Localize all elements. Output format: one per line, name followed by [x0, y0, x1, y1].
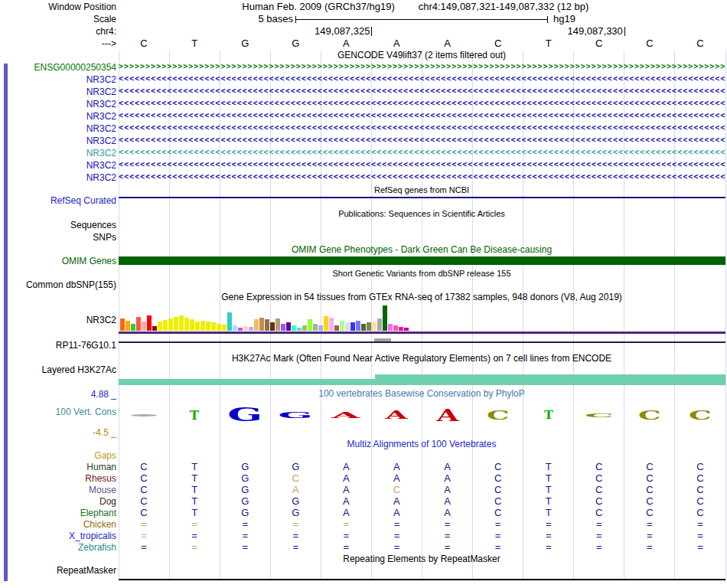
gtex-expression-bar[interactable] [190, 319, 194, 331]
gtex-expression-bar[interactable] [238, 328, 243, 331]
h3k27ac-track-label[interactable]: Layered H3K27Ac [0, 364, 116, 375]
refseq-curated-label[interactable]: RefSeq Curated [0, 195, 116, 206]
gtex-expression-bar[interactable] [259, 318, 264, 331]
gtex-expression-bar[interactable] [126, 321, 130, 331]
gtex-expression-bar[interactable] [318, 325, 323, 331]
species-label[interactable]: Elephant [0, 508, 116, 518]
gtex-expression-bar[interactable] [227, 312, 232, 331]
gene-strand-arrows[interactable]: <<<<<<<<<<<<<<<<<<<<<<<<<<<<<<<<<<<<<<<<… [119, 172, 725, 183]
gtex-expression-bar[interactable] [270, 322, 275, 331]
alignment-base: = [141, 531, 147, 541]
gtex-expression-bar[interactable] [179, 315, 184, 331]
gene-label[interactable]: NR3C2 [0, 148, 116, 158]
gtex-expression-bar[interactable] [361, 324, 366, 331]
gtex-expression-bar[interactable] [377, 318, 382, 331]
gtex-expression-bar[interactable] [195, 322, 200, 331]
gtex-expression-bar[interactable] [324, 316, 328, 331]
gene-label[interactable]: NR3C2 [0, 111, 116, 122]
sequences-track-label[interactable]: Sequences [0, 220, 116, 230]
rp11-gene-label[interactable]: RP11-76G10.1 [0, 340, 116, 351]
species-label[interactable]: X_tropicalis [0, 531, 116, 541]
gene-strand-arrows[interactable]: >>>>>>>>>>>>>>>>>>>>>>>>>>>>>>>>>>>>>>>>… [119, 62, 725, 73]
gtex-expression-bar[interactable] [265, 319, 269, 331]
gene-label[interactable]: NR3C2 [0, 87, 116, 97]
gtex-expression-bar[interactable] [158, 322, 162, 331]
species-label[interactable]: Chicken [0, 519, 116, 530]
gtex-expression-bar[interactable] [217, 324, 221, 331]
refseq-curated-item[interactable] [119, 197, 725, 198]
gene-strand-arrows[interactable]: <<<<<<<<<<<<<<<<<<<<<<<<<<<<<<<<<<<<<<<<… [119, 87, 725, 97]
species-label[interactable]: Human [0, 462, 116, 472]
species-label[interactable]: Zebrafish [0, 542, 116, 553]
gtex-expression-bar[interactable] [372, 322, 377, 331]
gtex-expression-bar[interactable] [163, 320, 168, 331]
gene-strand-arrows[interactable]: <<<<<<<<<<<<<<<<<<<<<<<<<<<<<<<<<<<<<<<<… [119, 111, 725, 122]
alignment-base: T [191, 473, 197, 484]
gtex-expression-bar[interactable] [152, 326, 157, 331]
gtex-expression-bar[interactable] [184, 318, 189, 331]
gtex-expression-bar[interactable] [211, 322, 216, 331]
gtex-expression-bar[interactable] [345, 322, 350, 331]
gene-strand-arrows[interactable]: <<<<<<<<<<<<<<<<<<<<<<<<<<<<<<<<<<<<<<<<… [119, 160, 725, 171]
gtex-expression-bar[interactable] [334, 325, 339, 331]
gene-strand-arrows[interactable]: <<<<<<<<<<<<<<<<<<<<<<<<<<<<<<<<<<<<<<<<… [119, 74, 725, 85]
gene-label[interactable]: NR3C2 [0, 74, 116, 85]
gene-strand-arrows[interactable]: <<<<<<<<<<<<<<<<<<<<<<<<<<<<<<<<<<<<<<<<… [119, 136, 725, 146]
assembly-title: Human Feb. 2009 (GRCh37/hg19) [242, 2, 394, 12]
gtex-expression-bar[interactable] [222, 325, 227, 331]
snps-track-label[interactable]: SNPs [0, 232, 116, 243]
gtex-expression-bar[interactable] [281, 324, 285, 331]
gtex-expression-bar[interactable] [275, 318, 280, 331]
gtex-expression-bar[interactable] [356, 321, 360, 331]
conservation-track-label[interactable]: 100 Vert. Cons [0, 407, 116, 417]
gtex-expression-bar[interactable] [120, 318, 125, 331]
gene-label[interactable]: NR3C2 [0, 99, 116, 109]
gtex-expression-bar[interactable] [399, 327, 403, 331]
gene-label[interactable]: NR3C2 [0, 172, 116, 183]
gene-label[interactable]: NR3C2 [0, 123, 116, 134]
gene-strand-arrows[interactable]: <<<<<<<<<<<<<<<<<<<<<<<<<<<<<<<<<<<<<<<<… [119, 99, 725, 109]
gtex-expression-bar[interactable] [404, 328, 409, 331]
species-label[interactable]: Dog [0, 496, 116, 507]
gtex-expression-bar[interactable] [200, 321, 205, 331]
gtex-expression-bar[interactable] [302, 325, 307, 331]
scale-bar [295, 19, 548, 20]
gtex-expression-bar[interactable] [393, 325, 398, 331]
gtex-expression-bar[interactable] [233, 325, 237, 331]
gtex-expression-bar[interactable] [297, 328, 302, 331]
dbsnp-track-label[interactable]: Common dbSNP(155) [0, 279, 116, 290]
gtex-expression-bar[interactable] [168, 318, 173, 331]
gtex-expression-bar[interactable] [142, 322, 146, 331]
omim-gene-item[interactable] [119, 256, 725, 265]
gene-label[interactable]: ENSG00000250354 [0, 62, 116, 73]
repeatmasker-track-label[interactable]: RepeatMasker [0, 565, 116, 576]
coordinate-tick-mark [371, 27, 372, 36]
species-label[interactable]: Rhesus [0, 473, 116, 484]
gene-label[interactable]: NR3C2 [0, 160, 116, 171]
gene-label[interactable]: NR3C2 [0, 136, 116, 146]
gtex-expression-bar[interactable] [147, 315, 152, 331]
gtex-expression-bar[interactable] [340, 321, 344, 331]
gtex-expression-bar[interactable] [249, 327, 253, 331]
gtex-expression-bar[interactable] [367, 322, 371, 331]
gtex-expression-bar[interactable] [388, 324, 393, 331]
gtex-expression-bar[interactable] [136, 317, 141, 331]
omim-genes-label[interactable]: OMIM Genes [0, 256, 116, 266]
gene-strand-arrows[interactable]: <<<<<<<<<<<<<<<<<<<<<<<<<<<<<<<<<<<<<<<<… [119, 123, 725, 134]
gtex-expression-bar[interactable] [286, 322, 291, 331]
gtex-expression-bar[interactable] [308, 319, 312, 331]
gtex-expression-bar[interactable] [329, 318, 334, 331]
gene-strand-arrows[interactable]: <<<<<<<<<<<<<<<<<<<<<<<<<<<<<<<<<<<<<<<<… [119, 148, 725, 158]
gtex-expression-bar[interactable] [206, 322, 210, 331]
gtex-gene-label[interactable]: NR3C2 [0, 315, 116, 325]
species-label[interactable]: Mouse [0, 485, 116, 495]
gtex-expression-bar[interactable] [243, 326, 248, 331]
gtex-expression-bar[interactable] [292, 325, 296, 331]
gtex-expression-bar[interactable] [313, 324, 318, 331]
gtex-expression-bar[interactable] [383, 305, 387, 331]
gtex-expression-bar[interactable] [254, 319, 259, 331]
gtex-expression-bar[interactable] [350, 322, 355, 331]
gtex-expression-bar[interactable] [131, 324, 135, 331]
rp11-gene-line[interactable] [119, 341, 725, 343]
gtex-expression-bar[interactable] [174, 317, 178, 331]
